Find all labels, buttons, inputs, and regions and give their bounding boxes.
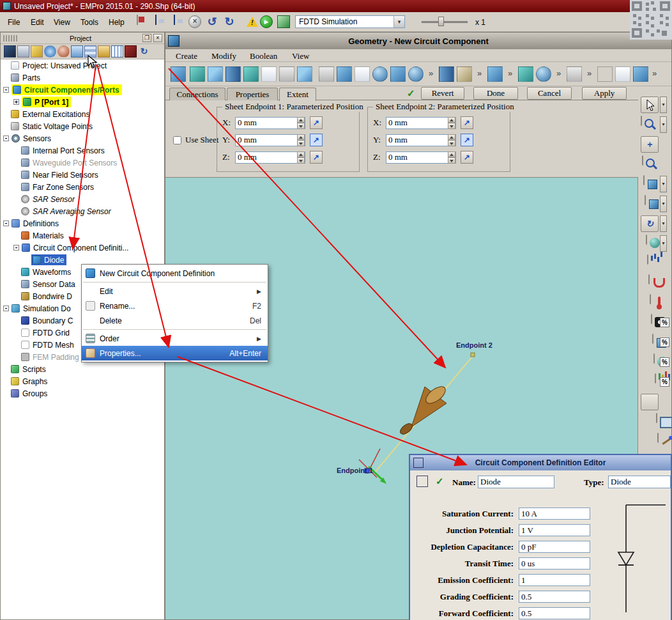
- move-tool-icon[interactable]: [487, 66, 503, 82]
- menu-modify[interactable]: Modify: [209, 50, 239, 62]
- zoom-tool-icon[interactable]: [641, 116, 642, 126]
- probe-tool-icon[interactable]: [657, 433, 659, 443]
- far-field-tool-icon[interactable]: [57, 45, 70, 58]
- select-dropdown-icon[interactable]: ▾: [660, 97, 667, 113]
- parameterize-z-icon[interactable]: ↗: [310, 151, 323, 164]
- parameterize-x-icon[interactable]: ↗: [310, 116, 323, 129]
- tree-item-static-voltage-points[interactable]: Static Voltage Points: [1, 120, 164, 132]
- tree-item-definitions[interactable]: -Definitions: [1, 217, 164, 229]
- tree-item-sensors[interactable]: -Sensors: [1, 132, 164, 144]
- zoom-slider-handle[interactable]: [438, 17, 444, 26]
- endpoint1-z-input[interactable]: [235, 151, 305, 164]
- thermal-sensor-icon[interactable]: [650, 294, 651, 304]
- expander-icon[interactable]: -: [3, 136, 9, 141]
- sheet-tool-icon[interactable]: [71, 45, 83, 58]
- tree-item-sar-averaging-sensor[interactable]: SAR Averaging Sensor: [1, 205, 164, 217]
- folder-tool-icon[interactable]: [98, 45, 110, 58]
- sphere-tool-icon[interactable]: [372, 66, 388, 82]
- done-button[interactable]: Done: [473, 87, 518, 100]
- tree-item-external-excitations[interactable]: External Excitations: [1, 108, 164, 120]
- refresh-tool-icon[interactable]: ↻: [138, 45, 150, 58]
- forward-coefficient-input[interactable]: [519, 607, 590, 619]
- tree-item-scripts[interactable]: Scripts: [1, 363, 164, 375]
- spinner-icon[interactable]: [297, 151, 305, 164]
- box-tool-icon[interactable]: [390, 66, 406, 82]
- grid-tool-icon[interactable]: [111, 45, 123, 58]
- toolbar-overflow-icon[interactable]: »: [508, 68, 512, 78]
- parameterize-z-icon[interactable]: ↗: [461, 151, 473, 164]
- import-project-icon[interactable]: [137, 15, 138, 25]
- tree-item-graphs[interactable]: Graphs: [1, 375, 164, 387]
- apply-button[interactable]: Apply: [582, 87, 627, 100]
- tree-item-parts[interactable]: Parts: [1, 72, 164, 84]
- menu-edit[interactable]: Edit: [27, 17, 48, 28]
- expander-icon[interactable]: +: [13, 99, 19, 105]
- endpoint2-x-input[interactable]: [386, 117, 456, 129]
- parameterize-y-icon[interactable]: ↗: [310, 134, 323, 146]
- tree-item-circuit-component-definitions[interactable]: -Circuit Component Definiti...: [1, 242, 164, 254]
- view-settings-icon[interactable]: [633, 66, 648, 82]
- info-tool-icon[interactable]: [44, 45, 56, 58]
- cancel-button[interactable]: Cancel: [527, 87, 572, 100]
- mesh-grid-icon[interactable]: [641, 394, 659, 410]
- type-input[interactable]: [608, 476, 671, 488]
- tab-properties[interactable]: Properties: [227, 88, 278, 100]
- sheet-body-icon[interactable]: [208, 66, 223, 82]
- panel-float-icon[interactable]: ❐: [142, 34, 151, 42]
- endpoint2-y-input[interactable]: [386, 134, 456, 146]
- results-chart-icon[interactable]: [647, 254, 648, 265]
- line-tool-icon[interactable]: [337, 66, 352, 82]
- menu-item-edit[interactable]: Edit ▶: [82, 284, 268, 298]
- material-tool-icon[interactable]: [125, 45, 137, 58]
- endpoint1-x-input[interactable]: [235, 117, 305, 129]
- emission-coefficient-input[interactable]: [519, 574, 590, 586]
- redo-icon[interactable]: ↻: [223, 15, 236, 28]
- orientation-dropdown-icon[interactable]: ▾: [660, 196, 667, 212]
- menu-item-order[interactable]: Order ▶: [82, 331, 268, 346]
- tree-item-port1[interactable]: +P [Port 1]: [1, 96, 164, 108]
- tree-item-internal-port-sensors[interactable]: Internal Port Sensors: [1, 144, 164, 157]
- radiation-icon[interactable]: [653, 353, 655, 364]
- zoom-dropdown-icon[interactable]: ▾: [660, 116, 667, 133]
- menu-file[interactable]: File: [4, 17, 24, 28]
- rectangle-tool-icon[interactable]: [279, 66, 294, 82]
- toolbar-overflow-icon[interactable]: »: [556, 68, 561, 78]
- pan-tool-icon[interactable]: +: [641, 136, 659, 153]
- snap-tool-icon[interactable]: [615, 66, 630, 82]
- tree-item-materials[interactable]: Materials: [1, 229, 164, 242]
- tree-item-groups[interactable]: Groups: [1, 387, 164, 399]
- expander-icon[interactable]: -: [3, 87, 9, 93]
- tree-item-project[interactable]: Project: Unsaved Project: [1, 59, 164, 72]
- measure-tool-icon[interactable]: [567, 66, 582, 82]
- expander-icon[interactable]: -: [3, 306, 9, 311]
- editor-check-icon[interactable]: ✓: [436, 476, 444, 487]
- geometry-titlebar[interactable]: Geometry - New Circuit Component: [165, 33, 671, 49]
- select-cursor-icon[interactable]: [641, 97, 659, 113]
- panel-close-icon[interactable]: ×: [153, 34, 162, 42]
- menu-view-3d[interactable]: View: [289, 50, 312, 62]
- stack-tool-icon[interactable]: [84, 45, 96, 58]
- spinner-icon[interactable]: [297, 134, 305, 146]
- simulation-type-select[interactable]: FDTD Simulation ▾: [295, 15, 405, 28]
- mesh-view-icon[interactable]: [656, 413, 657, 423]
- menu-item-rename[interactable]: Rename... F2: [82, 298, 268, 313]
- fit-extents-icon[interactable]: [643, 175, 645, 185]
- spinner-icon[interactable]: [448, 151, 455, 164]
- menu-boolean[interactable]: Boolean: [247, 50, 280, 62]
- grid-view-icon[interactable]: [597, 66, 613, 82]
- render-dropdown-icon[interactable]: ▾: [660, 235, 667, 252]
- transit-time-input[interactable]: [519, 557, 590, 570]
- menu-tools[interactable]: Tools: [77, 17, 102, 28]
- spinner-icon[interactable]: [297, 117, 305, 129]
- panel-grip-icon[interactable]: [3, 35, 19, 42]
- tree-item-waveguide-port-sensors[interactable]: Waveguide Port Sensors: [1, 157, 164, 169]
- plane-tool-icon[interactable]: [190, 66, 205, 82]
- revolve-tool-icon[interactable]: [243, 66, 259, 82]
- menu-create[interactable]: Create: [173, 50, 200, 62]
- extrude-tool-icon[interactable]: [225, 66, 241, 82]
- menu-item-new-circuit-component-definition[interactable]: New Circuit Component Definition: [82, 266, 268, 281]
- toolbar-overflow-icon[interactable]: »: [429, 68, 433, 78]
- connector-tool-icon[interactable]: [319, 66, 334, 82]
- definition-table-icon[interactable]: [416, 476, 428, 487]
- toolbar-overflow-icon[interactable]: »: [477, 68, 482, 78]
